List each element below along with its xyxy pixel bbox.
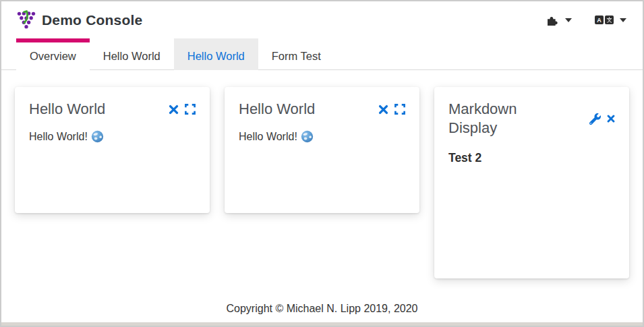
demo-console-window: Demo Console A [0,0,644,327]
card-text: Test 2 [448,151,481,165]
overview-panel: Hello World Hello World! [1,70,643,295]
tab-hello-world-1[interactable]: Hello World [90,38,174,70]
language-dropdown[interactable]: A [595,16,626,24]
copyright-footer: Copyright © Michael N. Lipp 2019, 2020 [1,295,643,322]
tab-overview[interactable]: Overview [16,38,90,70]
close-icon[interactable] [378,105,388,115]
globe-emoji [91,130,104,143]
tab-form-test[interactable]: Form Test [258,38,334,70]
language-icon: A [595,16,614,24]
app-title: Demo Console [42,12,142,28]
wrench-icon[interactable] [589,113,601,125]
card-title: Hello World [29,100,105,119]
card-markdown-display: Markdown Display Test 2 [434,87,629,278]
chevron-down-icon [620,18,626,22]
card-text: Hello World! [239,131,297,143]
card-text: Hello World! [29,131,88,143]
header: Demo Console A [1,1,643,38]
tab-bar: Overview Hello World Hello World Form Te… [1,38,643,70]
header-menus: A [546,13,626,27]
tab-hello-world-2[interactable]: Hello World [174,38,258,70]
expand-icon[interactable] [394,104,405,115]
grapes-logo [16,10,36,30]
puzzle-icon [546,13,559,27]
globe-emoji [301,130,314,143]
conlets-dropdown[interactable] [546,13,572,27]
card-hello-world-1: Hello World Hello World! [15,87,210,213]
language-letter-a: A [595,16,604,24]
card-hello-world-2: Hello World Hello World! [225,87,419,213]
script-glyph [605,16,614,24]
chevron-down-icon [565,18,572,22]
card-title: Hello World [239,100,315,119]
horizontal-scrollbar[interactable] [1,322,643,326]
card-title: Markdown Display [448,100,566,138]
close-icon[interactable] [169,105,179,115]
close-icon[interactable] [607,115,615,123]
expand-icon[interactable] [185,104,196,115]
